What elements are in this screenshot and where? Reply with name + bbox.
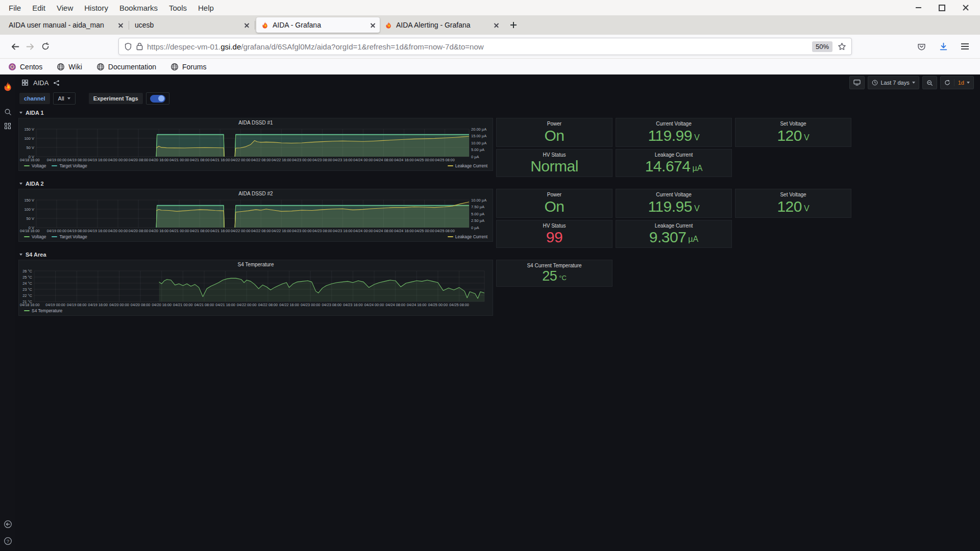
stat-panel-leakage-current[interactable]: Leakage Current 14.674µA [616,149,732,177]
svg-text:04/22 08:00: 04/22 08:00 [251,158,271,162]
stat-title: Power [547,192,561,197]
lock-icon[interactable] [136,42,143,51]
search-icon[interactable] [4,108,12,116]
tab-aida-alerting[interactable]: AIDA Alerting - Grafana [380,17,503,33]
experiment-tags-toggle[interactable] [146,92,169,105]
svg-text:26 °C: 26 °C [22,269,32,273]
stat-title: Current Voltage [656,192,692,197]
bookmark-wiki[interactable]: Wiki [57,63,82,71]
stat-value: 120 [777,128,802,143]
url-bar[interactable]: https://despec-vm-01.gsi.de/grafana/d/6S… [118,38,852,55]
legend-item[interactable]: Leakage Current [448,163,487,168]
stat-panel-set-voltage[interactable]: Set Voltage 120V [735,118,851,147]
svg-text:04/23 00:00: 04/23 00:00 [301,303,321,307]
svg-text:15.00 µA: 15.00 µA [471,134,486,138]
forward-icon[interactable] [22,39,38,54]
shield-icon[interactable] [124,42,132,51]
menu-tools[interactable]: Tools [163,4,192,12]
menu-help[interactable]: Help [192,4,219,12]
toggle-switch[interactable] [150,95,165,103]
stat-value: 9.307 [649,230,687,245]
row-header[interactable]: S4 Area [19,251,977,259]
dashboards-icon[interactable] [5,123,11,129]
url-domain: gsi.de [220,42,241,51]
tab-ucesb[interactable]: ucesb [130,17,254,33]
stat-panel-power[interactable]: Power On [496,189,612,218]
close-icon[interactable] [963,5,969,11]
svg-text:04/19 16:00: 04/19 16:00 [88,158,108,162]
maximize-icon[interactable] [939,5,945,11]
time-series-chart[interactable]: 04/18 16:0004/19 00:0004/19 08:0004/19 1… [19,269,493,307]
zoom-level-badge[interactable]: 50% [812,41,832,52]
row-collapse-icon[interactable] [19,112,22,114]
time-range-picker[interactable]: Last 7 days [868,76,919,89]
reload-icon[interactable] [38,39,53,54]
panel-title[interactable]: AIDA DSSD #2 [19,189,493,198]
row-collapse-icon[interactable] [19,254,22,256]
legend-item[interactable]: Leakage Current [448,234,487,239]
grafana-main: AIDA Last 7 days [15,74,980,551]
stat-unit: V [804,134,810,142]
row-collapse-icon[interactable] [19,183,22,185]
bookmark-centos[interactable]: Centos [8,63,42,71]
grafana-logo[interactable] [2,81,13,92]
stat-panel-s4-current-temperature[interactable]: S4 Current Temperature 25°C [496,260,612,287]
legend-item[interactable]: Voltage [24,234,46,239]
svg-text:04/21 00:00: 04/21 00:00 [169,229,189,233]
zoom-out-time-button[interactable] [922,76,937,89]
pocket-icon[interactable] [917,42,926,51]
panel-title[interactable]: AIDA DSSD #1 [19,118,493,128]
navigation-toolbar: https://despec-vm-01.gsi.de/grafana/d/6S… [0,35,980,59]
stat-panel-hv-status[interactable]: HV Status Normal [496,149,612,177]
stat-panel-hv-status[interactable]: HV Status 99 [496,220,612,248]
legend-item[interactable]: Voltage [24,163,46,168]
dashboard-title[interactable]: AIDA [33,79,48,87]
time-series-chart[interactable]: 04/18 16:0004/19 00:0004/19 08:0004/19 1… [19,198,493,233]
share-icon[interactable] [53,80,60,86]
app-menu-icon[interactable] [961,43,969,49]
time-series-chart[interactable]: 04/18 16:0004/19 00:0004/19 08:0004/19 1… [19,128,493,162]
sign-in-icon[interactable] [4,520,12,529]
menu-view[interactable]: View [51,4,79,12]
menu-edit[interactable]: Edit [27,4,51,12]
svg-text:04/21 16:00: 04/21 16:00 [210,158,230,162]
menu-file[interactable]: File [3,4,27,12]
bookmark-documentation[interactable]: Documentation [96,63,156,71]
dashboard-row-aida-2: AIDA 2 AIDA DSSD #2 04/18 16:0004/19 00:… [18,180,977,248]
svg-text:100 V: 100 V [24,136,34,141]
stat-value: On [544,199,564,214]
variable-value-dropdown[interactable]: All [53,92,76,105]
bookmark-star-icon[interactable] [838,42,846,51]
new-tab-icon[interactable] [510,22,517,28]
tab-aida-user-manual[interactable]: AIDA user manual - aida_man [4,17,128,33]
stat-panel-power[interactable]: Power On [496,118,612,147]
panel-title[interactable]: S4 Temperature [19,260,493,269]
tab-close-icon[interactable] [244,23,249,28]
minimize-icon[interactable] [916,7,921,8]
row-header[interactable]: AIDA 2 [19,180,977,188]
row-header[interactable]: AIDA 1 [19,109,977,117]
stat-panel-set-voltage[interactable]: Set Voltage 120V [735,189,851,218]
stat-panel-current-voltage[interactable]: Current Voltage 119.95V [616,189,732,218]
downloads-icon[interactable] [939,42,948,51]
bookmark-forums[interactable]: Forums [170,63,206,71]
chart-legend: VoltageTarget Voltage Leakage Current [19,162,493,170]
menu-history[interactable]: History [79,4,114,12]
tab-close-icon[interactable] [118,23,123,28]
legend-item[interactable]: S4 Temperature [24,308,62,313]
variable-label[interactable]: channel [19,93,50,104]
legend-item[interactable]: Target Voltage [52,163,87,168]
refresh-picker[interactable]: 1d [940,76,974,89]
stat-panel-current-voltage[interactable]: Current Voltage 119.99V [616,118,732,147]
back-icon[interactable] [7,39,22,54]
menu-bookmarks[interactable]: Bookmarks [114,4,163,12]
cycle-view-mode-button[interactable] [849,76,865,89]
tab-close-icon[interactable] [494,23,499,28]
tab-close-icon[interactable] [371,23,375,28]
help-icon[interactable]: ? [4,537,12,545]
stat-panel-leakage-current[interactable]: Leakage Current 9.307µA [616,220,732,248]
svg-text:04/25 08:00: 04/25 08:00 [449,303,469,307]
url-text[interactable]: https://despec-vm-01.gsi.de/grafana/d/6S… [147,42,812,51]
legend-item[interactable]: Target Voltage [52,234,87,239]
tab-aida-grafana[interactable]: AIDA - Grafana [256,17,380,33]
